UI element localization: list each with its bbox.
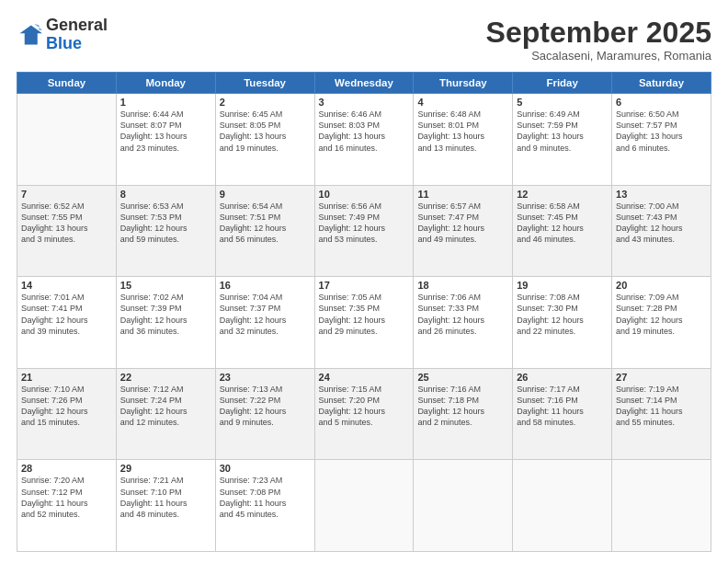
day-number: 26 [517,372,608,383]
day-number: 8 [120,189,211,200]
calendar-cell: 24Sunrise: 7:15 AMSunset: 7:20 PMDayligh… [314,368,414,460]
calendar-cell: 6Sunrise: 6:50 AMSunset: 7:57 PMDaylight… [612,94,711,186]
calendar-cell: 7Sunrise: 6:52 AMSunset: 7:55 PMDaylight… [17,185,117,277]
header-friday: Friday [513,73,612,94]
day-info: Sunrise: 7:20 AMSunset: 7:12 PMDaylight:… [21,475,112,520]
day-info: Sunrise: 7:15 AMSunset: 7:20 PMDaylight:… [319,384,410,429]
logo-general-text: General [46,16,108,34]
day-info: Sunrise: 6:58 AMSunset: 7:45 PMDaylight:… [517,201,608,246]
header: General Blue September 2025 Sacalaseni, … [17,17,711,63]
day-number: 29 [120,463,211,474]
day-info: Sunrise: 7:06 AMSunset: 7:33 PMDaylight:… [417,292,508,337]
day-number: 17 [319,280,410,291]
week-row-5: 28Sunrise: 7:20 AMSunset: 7:12 PMDayligh… [17,460,711,552]
calendar-cell: 25Sunrise: 7:16 AMSunset: 7:18 PMDayligh… [414,368,513,460]
calendar-cell [414,460,513,552]
calendar-table: Sunday Monday Tuesday Wednesday Thursday… [17,72,711,552]
day-number: 18 [417,280,508,291]
day-number: 13 [616,189,707,200]
calendar-cell: 16Sunrise: 7:04 AMSunset: 7:37 PMDayligh… [215,277,314,369]
logo-blue-text: Blue [46,34,82,52]
day-number: 1 [120,97,211,108]
day-number: 2 [220,97,311,108]
day-number: 10 [319,189,410,200]
page: General Blue September 2025 Sacalaseni, … [0,0,728,563]
calendar-cell: 30Sunrise: 7:23 AMSunset: 7:08 PMDayligh… [215,460,314,552]
day-info: Sunrise: 7:08 AMSunset: 7:30 PMDaylight:… [517,292,608,337]
calendar-cell: 29Sunrise: 7:21 AMSunset: 7:10 PMDayligh… [116,460,215,552]
day-info: Sunrise: 7:10 AMSunset: 7:26 PMDaylight:… [21,384,112,429]
day-info: Sunrise: 6:57 AMSunset: 7:47 PMDaylight:… [417,201,508,246]
day-number: 3 [319,97,410,108]
day-number: 20 [616,280,707,291]
calendar-cell [314,460,414,552]
day-info: Sunrise: 7:05 AMSunset: 7:35 PMDaylight:… [319,292,410,337]
day-number: 19 [517,280,608,291]
day-info: Sunrise: 7:12 AMSunset: 7:24 PMDaylight:… [120,384,211,429]
day-info: Sunrise: 7:02 AMSunset: 7:39 PMDaylight:… [120,292,211,337]
day-number: 22 [120,372,211,383]
calendar-cell: 14Sunrise: 7:01 AMSunset: 7:41 PMDayligh… [17,277,117,369]
calendar-cell: 9Sunrise: 6:54 AMSunset: 7:51 PMDaylight… [215,185,314,277]
day-info: Sunrise: 6:44 AMSunset: 8:07 PMDaylight:… [120,109,211,154]
day-info: Sunrise: 6:53 AMSunset: 7:53 PMDaylight:… [120,201,211,246]
calendar-cell: 19Sunrise: 7:08 AMSunset: 7:30 PMDayligh… [513,277,612,369]
day-info: Sunrise: 7:00 AMSunset: 7:43 PMDaylight:… [616,201,707,246]
calendar-cell: 15Sunrise: 7:02 AMSunset: 7:39 PMDayligh… [116,277,215,369]
calendar-cell: 20Sunrise: 7:09 AMSunset: 7:28 PMDayligh… [612,277,711,369]
week-row-3: 14Sunrise: 7:01 AMSunset: 7:41 PMDayligh… [17,277,711,369]
calendar-cell: 22Sunrise: 7:12 AMSunset: 7:24 PMDayligh… [116,368,215,460]
week-row-1: 1Sunrise: 6:44 AMSunset: 8:07 PMDaylight… [17,94,711,186]
svg-marker-0 [20,25,43,44]
day-info: Sunrise: 7:04 AMSunset: 7:37 PMDaylight:… [220,292,311,337]
calendar-cell: 1Sunrise: 6:44 AMSunset: 8:07 PMDaylight… [116,94,215,186]
title-block: September 2025 Sacalaseni, Maramures, Ro… [486,17,711,63]
day-number: 21 [21,372,112,383]
day-number: 5 [517,97,608,108]
calendar-cell: 23Sunrise: 7:13 AMSunset: 7:22 PMDayligh… [215,368,314,460]
calendar-cell: 3Sunrise: 6:46 AMSunset: 8:03 PMDaylight… [314,94,414,186]
day-info: Sunrise: 7:16 AMSunset: 7:18 PMDaylight:… [417,384,508,429]
day-info: Sunrise: 6:52 AMSunset: 7:55 PMDaylight:… [21,201,112,246]
logo-icon [17,22,42,48]
calendar-cell: 10Sunrise: 6:56 AMSunset: 7:49 PMDayligh… [314,185,414,277]
day-number: 12 [517,189,608,200]
day-info: Sunrise: 6:49 AMSunset: 7:59 PMDaylight:… [517,109,608,154]
header-sunday: Sunday [17,73,117,94]
day-number: 30 [220,463,311,474]
calendar-cell: 8Sunrise: 6:53 AMSunset: 7:53 PMDaylight… [116,185,215,277]
location-subtitle: Sacalaseni, Maramures, Romania [486,49,711,63]
calendar-cell: 21Sunrise: 7:10 AMSunset: 7:26 PMDayligh… [17,368,117,460]
day-number: 7 [21,189,112,200]
day-info: Sunrise: 6:50 AMSunset: 7:57 PMDaylight:… [616,109,707,154]
header-thursday: Thursday [414,73,513,94]
calendar-cell: 2Sunrise: 6:45 AMSunset: 8:05 PMDaylight… [215,94,314,186]
header-monday: Monday [116,73,215,94]
calendar-cell: 18Sunrise: 7:06 AMSunset: 7:33 PMDayligh… [414,277,513,369]
day-number: 25 [417,372,508,383]
calendar-cell: 5Sunrise: 6:49 AMSunset: 7:59 PMDaylight… [513,94,612,186]
calendar-cell: 11Sunrise: 6:57 AMSunset: 7:47 PMDayligh… [414,185,513,277]
week-row-4: 21Sunrise: 7:10 AMSunset: 7:26 PMDayligh… [17,368,711,460]
calendar-cell: 27Sunrise: 7:19 AMSunset: 7:14 PMDayligh… [612,368,711,460]
day-number: 9 [220,189,311,200]
day-number: 11 [417,189,508,200]
day-info: Sunrise: 7:21 AMSunset: 7:10 PMDaylight:… [120,475,211,520]
header-saturday: Saturday [612,73,711,94]
calendar-cell [17,94,117,186]
day-info: Sunrise: 7:09 AMSunset: 7:28 PMDaylight:… [616,292,707,337]
day-info: Sunrise: 6:48 AMSunset: 8:01 PMDaylight:… [417,109,508,154]
calendar-cell: 13Sunrise: 7:00 AMSunset: 7:43 PMDayligh… [612,185,711,277]
calendar-cell: 26Sunrise: 7:17 AMSunset: 7:16 PMDayligh… [513,368,612,460]
logo: General Blue [17,17,108,53]
day-info: Sunrise: 7:17 AMSunset: 7:16 PMDaylight:… [517,384,608,429]
day-info: Sunrise: 6:56 AMSunset: 7:49 PMDaylight:… [319,201,410,246]
day-number: 27 [616,372,707,383]
day-info: Sunrise: 6:54 AMSunset: 7:51 PMDaylight:… [220,201,311,246]
calendar-cell [612,460,711,552]
week-row-2: 7Sunrise: 6:52 AMSunset: 7:55 PMDaylight… [17,185,711,277]
header-tuesday: Tuesday [215,73,314,94]
day-number: 15 [120,280,211,291]
day-info: Sunrise: 6:45 AMSunset: 8:05 PMDaylight:… [220,109,311,154]
calendar-cell: 12Sunrise: 6:58 AMSunset: 7:45 PMDayligh… [513,185,612,277]
